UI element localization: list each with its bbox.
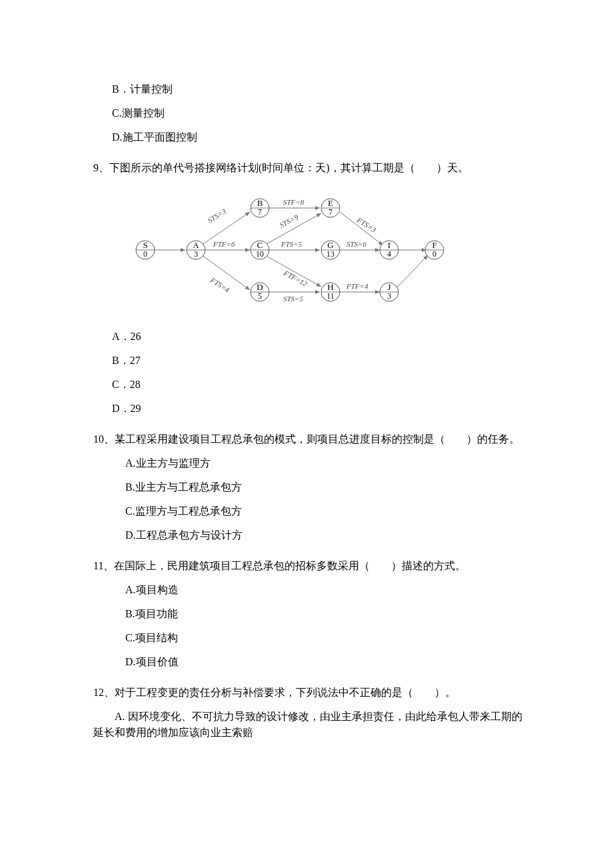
node-c: C 10 [251,240,269,259]
svg-text:11: 11 [326,291,334,301]
option-d-plan-control: D.施工平面图控制 [112,129,526,145]
svg-text:4: 4 [387,249,391,259]
q9-option-c: C．28 [112,377,526,393]
q10-option-c: C.监理方与工程总承包方 [125,503,526,519]
svg-text:E: E [328,198,333,208]
edge-label-ab: STS=3 [207,207,228,225]
svg-text:13: 13 [326,249,334,259]
question-9: 9、下图所示的单代号搭接网络计划(时间单位：天)，其计算工期是（ ）天。 [93,160,526,176]
question-11: 11、在国际上，民用建筑项目工程总承包的招标多数采用（ ）描述的方式。 [93,558,526,574]
q9-option-a: A．26 [112,329,526,345]
node-h: H 11 [321,282,340,301]
svg-text:J: J [387,282,390,292]
node-e: E 7 [321,198,340,217]
svg-text:3: 3 [194,249,198,259]
svg-text:7: 7 [258,207,262,217]
svg-text:3: 3 [387,291,391,301]
option-b-measurement-control: B．计量控制 [112,81,526,97]
node-a: A 3 [187,240,205,259]
question-10: 10、某工程采用建设项目工程总承包的模式，则项目总进度目标的控制是（ ）的任务。 [93,431,526,447]
node-g: G 13 [321,240,340,259]
svg-text:A: A [193,240,199,250]
svg-line-7 [265,255,321,287]
question-12: 12、对于工程变更的责任分析与补偿要求，下列说法中不正确的是（ ）。 [93,685,526,701]
svg-text:I: I [388,240,390,250]
node-b: B 7 [251,198,269,217]
svg-text:D: D [257,282,263,292]
edge-label-ce: STS=9 [278,213,300,229]
node-s: S 0 [136,240,155,259]
edge-label-ei: FTS=3 [355,215,378,234]
q10-option-a: A.业主方与监理方 [125,455,526,471]
network-diagram: STS=3 FTF=6 FTS=4 STF=8 STS=9 FTS=5 FTF=… [133,193,446,307]
svg-text:0: 0 [432,249,436,259]
node-i: I 4 [380,240,398,259]
q9-option-d: D．29 [112,401,526,417]
svg-text:7: 7 [328,207,332,217]
q11-option-d: D.项目价值 [125,654,526,670]
svg-text:G: G [327,240,333,250]
edge-label-ac: FTF=6 [213,240,235,248]
svg-text:0: 0 [143,249,147,259]
edge-label-ch: FTF=12 [282,269,308,288]
node-f: F 0 [425,240,444,259]
svg-text:10: 10 [256,249,264,259]
svg-text:C: C [257,240,263,250]
svg-text:5: 5 [258,291,262,301]
svg-line-13 [396,255,428,288]
node-j: J 3 [380,282,398,301]
edge-label-cg: FTS=5 [281,240,303,248]
q10-option-b: B.业主方与工程总承包方 [125,479,526,495]
q11-option-a: A.项目构造 [125,582,526,598]
q12-option-a: A. 因环境变化、不可抗力导致的设计修改，由业主承担责任，由此给承包人带来工期的… [93,709,526,741]
q10-option-d: D.工程总承包方与设计方 [125,527,526,543]
edge-label-gi: STS=6 [346,240,367,248]
svg-text:H: H [327,282,333,292]
svg-text:B: B [257,198,263,208]
edge-label-dh: STS=5 [283,295,304,303]
svg-text:S: S [143,240,147,250]
option-c-survey-control: C.测量控制 [112,105,526,121]
edge-label-be: STF=8 [283,198,305,206]
edge-label-ad: FTS=4 [209,275,231,294]
q11-option-b: B.项目功能 [125,606,526,622]
q11-option-c: C.项目结构 [125,630,526,646]
q9-option-b: B．27 [112,353,526,369]
svg-text:F: F [432,240,436,250]
document-page: B．计量控制 C.测量控制 D.施工平面图控制 9、下图所示的单代号搭接网络计划… [0,0,613,868]
edge-label-hj: FTF=4 [346,282,368,290]
node-d: D 5 [251,282,269,301]
